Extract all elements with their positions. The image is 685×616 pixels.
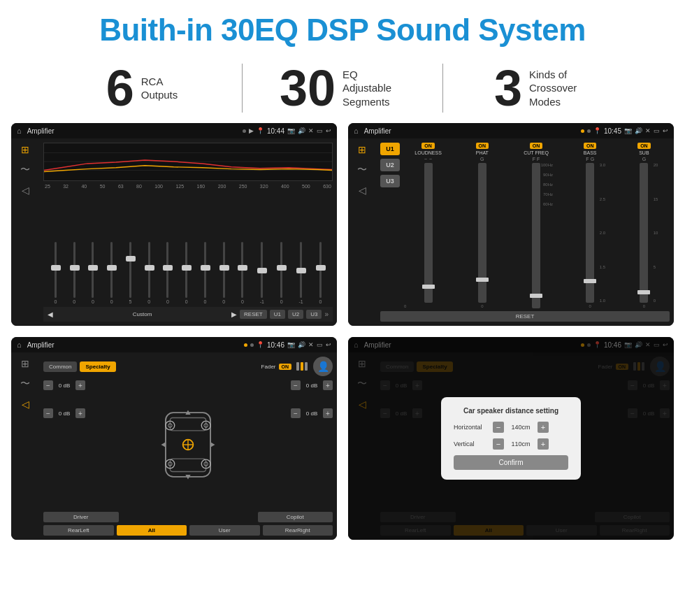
rearright-btn[interactable]: RearRight <box>263 525 333 536</box>
vertical-minus-btn[interactable]: − <box>493 438 504 450</box>
specialty-btn[interactable]: Specialty <box>80 361 115 372</box>
screen-amp: ⌂ Amplifier 📍 10:45 📷 🔊 ✕ ▭ ↩ ⊞ 〜 ◁ U1 <box>348 123 674 326</box>
rearleft-btn[interactable]: RearLeft <box>43 525 114 536</box>
eq-slider-2[interactable]: 0 <box>92 234 94 304</box>
eq-content: 25 32 40 50 63 80 100 125 160 200 250 32… <box>39 138 337 326</box>
eq-reset-btn[interactable]: RESET <box>240 310 267 319</box>
eq-slider-7[interactable]: 0 <box>185 234 188 304</box>
eq-slider-6[interactable]: 0 <box>166 234 169 304</box>
eq-next-arrow[interactable]: ▶ <box>231 310 237 318</box>
all-btn[interactable]: All <box>117 525 187 536</box>
pin-icon-2: 📍 <box>593 127 601 134</box>
bass-on-badge[interactable]: ON <box>584 143 597 149</box>
stat-text-eq: EQ AdjustableSegments <box>342 68 405 109</box>
home-icon-3[interactable]: ⌂ <box>17 341 22 349</box>
eq-u1-btn[interactable]: U1 <box>270 310 285 319</box>
screen-eq: ⌂ Amplifier ▶ 📍 10:44 📷 🔊 ✕ ▭ ↩ ⊞ 〜 ◁ <box>11 123 337 326</box>
horizontal-minus-btn[interactable]: − <box>493 422 504 433</box>
window-icon-3: ▭ <box>317 341 323 348</box>
phat-on-badge[interactable]: ON <box>476 143 489 149</box>
common-btn[interactable]: Common <box>43 361 77 372</box>
eq-slider-5[interactable]: 0 <box>147 234 150 304</box>
svg-rect-4 <box>170 418 206 431</box>
home-icon-2[interactable]: ⌂ <box>354 127 359 135</box>
eq-curve-svg <box>44 143 332 180</box>
eq-u2-btn[interactable]: U2 <box>288 310 303 319</box>
eq-prev-arrow[interactable]: ◀ <box>48 310 53 318</box>
loudness-slider[interactable] <box>424 163 433 303</box>
speaker-icon[interactable]: ◁ <box>22 185 29 196</box>
bottom-buttons-2: RearLeft All User RearRight <box>43 525 333 536</box>
eq-more-icon[interactable]: » <box>324 310 329 318</box>
screen-fader: ⌂ Amplifier 📍 10:46 📷 🔊 ✕ ▭ ↩ ⊞ 〜 ◁ Comm… <box>11 337 337 540</box>
eq-icon-2[interactable]: ⊞ <box>358 144 366 155</box>
eq-icon[interactable]: ⊞ <box>21 144 29 155</box>
fl-minus-btn[interactable]: − <box>43 380 53 390</box>
eq-slider-14[interactable]: 0 <box>319 234 322 304</box>
fader-on-badge[interactable]: ON <box>279 364 292 370</box>
eq-slider-3[interactable]: 0 <box>110 234 113 304</box>
phat-slider[interactable] <box>478 163 486 303</box>
vertical-plus-btn[interactable]: + <box>538 438 549 450</box>
driver-btn[interactable]: Driver <box>43 512 119 522</box>
x-icon-3[interactable]: ✕ <box>308 341 314 348</box>
fr-plus-btn[interactable]: + <box>323 380 333 390</box>
eq-icon-3[interactable]: ⊞ <box>21 358 29 369</box>
cutfreq-on-badge[interactable]: ON <box>530 143 543 149</box>
horizontal-value: 140cm <box>508 424 533 431</box>
rr-minus-btn[interactable]: − <box>291 408 301 418</box>
eq-slider-4[interactable]: 5 <box>129 234 131 304</box>
back-icon-2[interactable]: ↩ <box>663 127 668 134</box>
wave-icon-2[interactable]: 〜 <box>357 164 367 176</box>
confirm-button[interactable]: Confirm <box>454 455 568 470</box>
status-bar-1: ⌂ Amplifier ▶ 📍 10:44 📷 🔊 ✕ ▭ ↩ <box>11 123 337 138</box>
eq-preset-label: Custom <box>56 311 229 317</box>
fr-minus-btn[interactable]: − <box>291 380 301 390</box>
wave-icon[interactable]: 〜 <box>20 164 30 176</box>
eq-slider-1[interactable]: 0 <box>73 234 75 304</box>
rr-plus-btn[interactable]: + <box>323 408 333 418</box>
sub-on-badge[interactable]: ON <box>637 143 651 149</box>
bass-slider[interactable]: 3.02.52.01.51.0 <box>586 163 594 303</box>
modal-overlay: Car speaker distance setting Horizontal … <box>348 337 674 540</box>
copilot-btn[interactable]: Copilot <box>258 512 333 522</box>
eq-slider-13[interactable]: -1 <box>299 234 303 304</box>
amp-u3-btn[interactable]: U3 <box>380 175 400 187</box>
sub-slider[interactable]: 20151050 <box>640 163 648 303</box>
status-dot-3b <box>250 343 254 347</box>
eq-slider-0[interactable]: 0 <box>54 234 57 304</box>
amp-channel-cutfreq: ON CUT FREQ FF 100Hz 90Hz 80Hz 70Hz 60Hz <box>510 143 561 308</box>
amp-reset-btn[interactable]: RESET <box>380 311 670 322</box>
fader-top-bar: Common Specialty Fader ON 👤 <box>43 357 333 376</box>
eq-slider-8[interactable]: 0 <box>203 234 206 304</box>
eq-slider-9[interactable]: 0 <box>222 234 225 304</box>
amp-channel-sub: ON SUB G 20151050 0 <box>619 143 670 308</box>
eq-u3-btn[interactable]: U3 <box>306 310 322 319</box>
x-icon-2[interactable]: ✕ <box>645 127 651 134</box>
speaker-icon-3[interactable]: ◁ <box>22 399 29 410</box>
home-icon[interactable]: ⌂ <box>17 127 22 135</box>
rl-plus-btn[interactable]: + <box>75 408 85 418</box>
stat-text-crossover: Kinds ofCrossover Modes <box>529 68 592 109</box>
cutfreq-slider[interactable]: 100Hz 90Hz 80Hz 70Hz 60Hz <box>532 163 540 308</box>
wave-icon-3[interactable]: 〜 <box>20 378 30 390</box>
speaker-icon-2[interactable]: ◁ <box>359 185 366 196</box>
play-icon: ▶ <box>249 127 254 134</box>
back-icon[interactable]: ↩ <box>326 127 331 134</box>
fl-plus-btn[interactable]: + <box>75 380 85 390</box>
rl-minus-btn[interactable]: − <box>43 408 53 418</box>
eq-slider-11[interactable]: -1 <box>260 234 264 304</box>
x-icon[interactable]: ✕ <box>308 127 314 134</box>
user-btn[interactable]: User <box>189 525 260 536</box>
screen3-time: 10:46 <box>267 341 284 349</box>
eq-slider-12[interactable]: 0 <box>280 234 283 304</box>
db-control-rr: − 0 dB + <box>291 408 333 418</box>
status-dot-3 <box>244 343 247 347</box>
amp-u2-btn[interactable]: U2 <box>380 159 400 171</box>
horizontal-plus-btn[interactable]: + <box>538 422 549 433</box>
back-icon-3[interactable]: ↩ <box>326 341 331 348</box>
amp-u1-btn[interactable]: U1 <box>380 143 400 155</box>
eq-slider-10[interactable]: 0 <box>241 234 244 304</box>
loudness-on-badge[interactable]: ON <box>421 143 435 149</box>
amp-u-buttons: U1 U2 U3 <box>380 143 400 308</box>
